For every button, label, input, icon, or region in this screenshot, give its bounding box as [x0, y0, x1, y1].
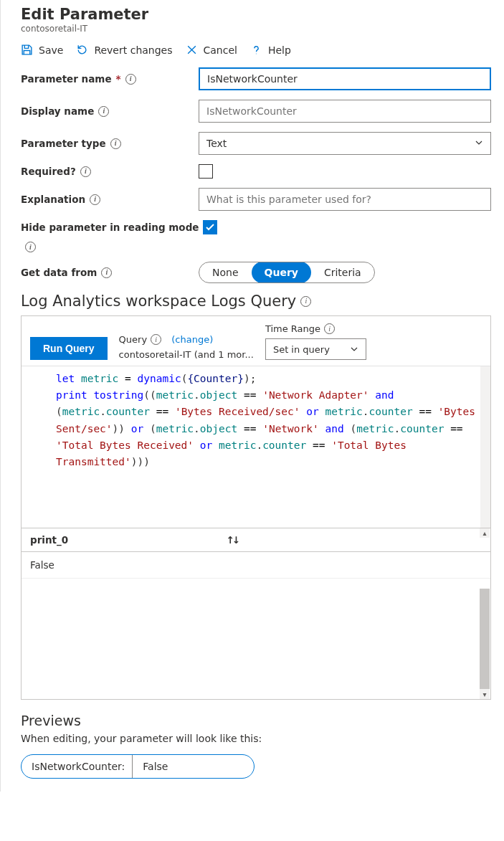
scrollbar[interactable]: [480, 589, 490, 689]
scroll-up-icon[interactable]: ▴: [480, 528, 490, 538]
info-icon[interactable]: i: [125, 74, 136, 85]
time-range-value: Set in query: [273, 344, 330, 355]
undo-icon: [76, 44, 88, 56]
panel-subtitle: contosoretail-IT: [21, 24, 491, 34]
cancel-label: Cancel: [204, 44, 237, 56]
table-row[interactable]: False: [22, 552, 490, 579]
query-editor[interactable]: let metric = dynamic({Counter}); print t…: [22, 366, 490, 528]
param-type-value: Text: [206, 138, 227, 149]
preview-value[interactable]: False: [132, 755, 254, 778]
info-icon[interactable]: i: [151, 334, 161, 345]
section-title: Log Analytics workspace Logs Queryi: [21, 293, 491, 310]
scrollbar[interactable]: [480, 366, 490, 528]
time-range-select[interactable]: Set in query: [265, 338, 366, 360]
param-name-input[interactable]: [199, 67, 491, 90]
preview-label: IsNetworkCounter:: [22, 761, 132, 772]
previews-title: Previews: [21, 713, 491, 728]
seg-none[interactable]: None: [199, 262, 252, 283]
info-icon[interactable]: i: [300, 296, 311, 307]
param-type-select[interactable]: Text: [199, 132, 491, 155]
hide-checkbox[interactable]: [203, 220, 217, 234]
cancel-button[interactable]: Cancel: [186, 44, 237, 56]
panel-title: Edit Parameter: [21, 6, 491, 23]
result-grid: ▴ print_0 ↑↓ False ▾: [22, 528, 490, 699]
help-button[interactable]: Help: [250, 44, 291, 56]
save-icon: [21, 44, 33, 56]
help-icon: [250, 44, 262, 56]
revert-label: Revert changes: [94, 44, 172, 56]
run-query-button[interactable]: Run Query: [30, 337, 108, 360]
info-icon[interactable]: i: [90, 194, 100, 205]
get-data-label: Get data fromi: [21, 267, 199, 278]
display-name-label: Display namei: [21, 105, 199, 117]
info-icon[interactable]: i: [98, 106, 109, 117]
get-data-segment: None Query Criteria: [199, 262, 375, 283]
param-type-label: Parameter typei: [21, 138, 199, 149]
seg-query[interactable]: Query: [252, 262, 311, 283]
chevron-down-icon: [475, 138, 483, 149]
seg-criteria[interactable]: Criteria: [311, 262, 374, 283]
explanation-input[interactable]: [199, 188, 491, 211]
param-name-label: Parameter name*i: [21, 73, 199, 85]
change-link[interactable]: (change): [171, 334, 213, 345]
save-label: Save: [39, 44, 63, 56]
toolbar: Save Revert changes Cancel Help: [21, 44, 491, 56]
info-icon[interactable]: i: [80, 166, 91, 177]
close-icon: [186, 44, 198, 56]
query-scope: contosoretail-IT (and 1 mor...: [119, 349, 254, 360]
column-header[interactable]: print_0: [30, 534, 68, 546]
required-label: Required?i: [21, 166, 199, 177]
sort-icon[interactable]: ↑↓: [226, 534, 238, 546]
save-button[interactable]: Save: [21, 44, 63, 56]
required-checkbox[interactable]: [199, 164, 213, 179]
chevron-down-icon: [350, 345, 358, 353]
info-icon[interactable]: i: [110, 138, 121, 149]
info-icon[interactable]: i: [324, 323, 335, 334]
revert-button[interactable]: Revert changes: [76, 44, 172, 56]
explanation-label: Explanationi: [21, 194, 199, 205]
info-icon[interactable]: i: [101, 267, 112, 278]
help-label: Help: [268, 44, 291, 56]
preview-parameter[interactable]: IsNetworkCounter: False: [21, 754, 255, 779]
previews-desc: When editing, your parameter will look l…: [21, 733, 491, 744]
time-range-label: Time Range: [265, 323, 320, 334]
query-panel: Run Query Query i (change) contosoretail…: [21, 315, 491, 700]
hide-label: Hide parameter in reading mode i: [21, 220, 222, 252]
query-label: Query: [119, 334, 148, 345]
scroll-down-icon[interactable]: ▾: [480, 689, 490, 699]
info-icon[interactable]: i: [25, 242, 36, 252]
display-name-input[interactable]: [199, 100, 491, 123]
